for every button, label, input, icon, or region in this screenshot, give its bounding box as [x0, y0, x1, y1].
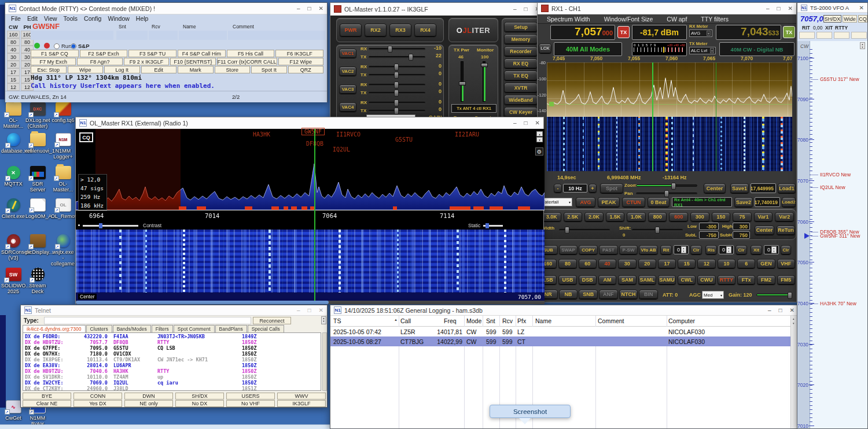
memory-slot[interactable]	[799, 32, 815, 39]
shift-slider[interactable]	[632, 229, 683, 231]
spinner-icon[interactable]: ▴▾	[681, 246, 686, 253]
cluster-filter-button[interactable]: IK3GLF	[277, 400, 326, 407]
vfoa-tx-button[interactable]: TX	[617, 26, 630, 38]
desktop-icon[interactable]: Log4OM_A...	[25, 198, 50, 219]
filter-button[interactable]: 75	[733, 212, 752, 221]
filter-button[interactable]: Var1	[754, 212, 773, 221]
mode-button[interactable]: FTx	[737, 275, 755, 284]
fkey-button[interactable]: F4 S&P Call Him	[178, 50, 226, 57]
desktop-icon[interactable]: SDRConsole (V3)	[1, 234, 25, 261]
log-row[interactable]: 2025-10-05 07:42 LZ5R 14017,81 CW 599 59…	[330, 327, 792, 336]
retun-button[interactable]: ReTun	[777, 225, 795, 235]
action-button[interactable]: Spot It	[251, 66, 287, 73]
telnet-tab[interactable]: Spot Comment	[174, 325, 215, 332]
desktop-icon[interactable]: MQTTX	[1, 166, 25, 187]
vfo-op-button[interactable]: P-SW	[619, 245, 638, 254]
desktop-icon[interactable]: OL_Remote...	[51, 198, 75, 219]
peak-button[interactable]: PEAK	[598, 197, 620, 207]
fkey-button[interactable]: F6 IK3GLF	[275, 50, 323, 57]
slider-thumb[interactable]	[565, 227, 569, 234]
dx-spot-row[interactable]: DX de SV1DKR: 10110.0 TZ4AM up 1850Z	[23, 374, 321, 380]
dx-spot-row[interactable]: DX de IK8PGE: 10113.4 CT9/DK1AX CW JN71e…	[23, 357, 321, 363]
filter-button[interactable]: 3.0K	[542, 212, 561, 221]
cluster-command-button[interactable]: CONN	[73, 393, 122, 400]
function-button[interactable]: RX EQ	[504, 58, 538, 68]
minimize-icon[interactable]: –	[766, 5, 770, 12]
cw-band-cell[interactable]: 17	[7, 68, 20, 76]
band-button[interactable]: GEN	[757, 259, 775, 268]
dsp-button[interactable]: ANF	[599, 290, 618, 299]
cluster-filter-button[interactable]: Yes DX	[73, 400, 122, 407]
pan-slider[interactable]	[636, 193, 697, 195]
cluster-filter-button[interactable]: No DX	[175, 400, 224, 407]
log-column-header[interactable]: Rcv	[502, 317, 513, 324]
telnet-titlebar[interactable]: N1 Telnet –□✕	[21, 305, 327, 316]
ris-button[interactable]: Ris	[705, 245, 717, 254]
bandmap-titlebar[interactable]: N1 TS-2000 VFO A ✕	[797, 3, 867, 13]
function-button[interactable]: TX EQ	[504, 71, 538, 80]
function-button[interactable]: Memory	[504, 34, 538, 44]
pan-scrollbar[interactable]	[76, 301, 545, 304]
log-column-header[interactable]: Snt	[486, 317, 495, 324]
tx-ant-button[interactable]: Tx ANT 4 ctl RX1	[451, 104, 496, 113]
width-slider[interactable]	[559, 229, 610, 231]
contrast-slider[interactable]	[83, 225, 138, 227]
dx-spot-row[interactable]: DX de F6DRO: 432220.0 F4IAA JN03TJ<TR>JN…	[23, 334, 321, 339]
filter-button[interactable]: Var2	[775, 212, 794, 221]
zerobeat-button[interactable]: 0 Beat	[648, 197, 670, 207]
vac-tx-slider[interactable]	[369, 110, 425, 112]
rit-clear-button[interactable]: Clr	[690, 245, 702, 254]
telnet-tab[interactable]: Special Calls	[248, 325, 284, 332]
shdx-button[interactable]: SH/DX	[823, 15, 841, 23]
reconnect-button[interactable]: Reconnect	[253, 317, 291, 324]
spot-label[interactable]: IQ2UL	[333, 146, 350, 153]
band-button[interactable]: 15	[678, 259, 696, 268]
panadapter-titlebar[interactable]: N1 OL_Master RX1 (External) (Radio 1) –□…	[76, 117, 543, 129]
wide-button[interactable]: Wide	[843, 15, 857, 23]
desktop-icon[interactable]: Stream Deck	[25, 268, 50, 294]
zoom-slider[interactable]	[636, 184, 697, 187]
cluster-command-button[interactable]: DWN	[124, 393, 173, 400]
tune-cursor[interactable]	[652, 62, 653, 171]
dx-spot-row[interactable]: DX de G7FPE: 7095.0 G5STU CQ LSB 1850Z	[23, 345, 321, 351]
cq-button[interactable]: CQ	[79, 132, 93, 142]
log-column-header[interactable]: Pfx	[517, 317, 526, 324]
cw-band-cell[interactable]: 20	[7, 61, 20, 68]
ctun-button[interactable]: CTUN	[622, 197, 645, 207]
rit-button[interactable]: Rit	[660, 245, 672, 254]
band-button[interactable]: 40	[598, 259, 616, 268]
fkey-button[interactable]: F8 Agn?	[77, 58, 122, 65]
maximize-icon[interactable]: □	[308, 5, 311, 12]
cluster-filter-button[interactable]: No VHF	[226, 400, 275, 407]
zoom-spinner-icon[interactable]: ▴▾	[860, 42, 865, 49]
mode-button[interactable]: SAML	[638, 275, 656, 284]
vac-button[interactable]: VAC3	[339, 84, 356, 94]
vac-tx-slider[interactable]	[369, 56, 425, 58]
dsp-button[interactable]: NB	[559, 290, 578, 299]
mode-button[interactable]: CWU	[697, 275, 715, 284]
menu-item[interactable]: Tools	[64, 15, 78, 22]
filter-button[interactable]: 1.5K	[606, 212, 625, 221]
mode-button[interactable]: USB	[558, 275, 576, 284]
callsign-input[interactable]	[31, 31, 113, 40]
slider-thumb[interactable]	[394, 99, 399, 106]
vac-rx-slider[interactable]	[369, 102, 425, 104]
slider-thumb[interactable]	[664, 190, 669, 197]
log-column-header[interactable]: TS	[333, 317, 341, 324]
close-icon[interactable]: ✕	[859, 5, 864, 11]
log-column-header[interactable]: Name	[535, 317, 551, 324]
rx-meter-dropdown[interactable]: AVG▾	[689, 29, 712, 37]
cluster-command-button[interactable]: USERS	[226, 393, 275, 400]
desktop-icon[interactable]: wsjtx.exe - collegame...	[51, 234, 75, 267]
menu-item[interactable]: View	[44, 15, 57, 22]
tune-cursor[interactable]	[314, 129, 315, 301]
dx-spot-row[interactable]: DX de IW2CYE: 7069.0 IQ2UL cq iaru 1850Z	[23, 380, 321, 386]
mode-button[interactable]: FM5	[777, 275, 795, 284]
spinner-icon[interactable]: ▴▾	[771, 246, 777, 253]
log-column-header[interactable]: Comment	[598, 317, 624, 324]
static-slider[interactable]	[483, 225, 503, 227]
scroll-down-icon[interactable]: ▾	[793, 321, 795, 325]
band-button[interactable]: 10	[718, 259, 735, 268]
band-button[interactable]: 30	[618, 259, 636, 268]
monitor-slider[interactable]	[483, 61, 486, 102]
